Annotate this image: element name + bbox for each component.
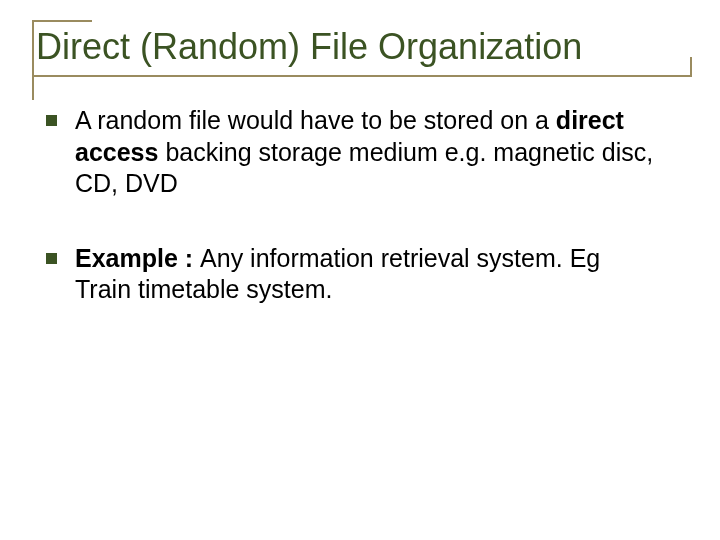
text-run: backing storage medium e.g. magnetic dis… <box>75 138 653 197</box>
bullet-square-icon <box>46 115 57 126</box>
title-border <box>32 20 34 100</box>
bullet-text: A random file would have to be stored on… <box>75 105 662 199</box>
slide: Direct (Random) File Organization A rand… <box>0 0 720 540</box>
title-border <box>690 57 692 77</box>
list-item: A random file would have to be stored on… <box>46 105 662 199</box>
bullet-square-icon <box>46 253 57 264</box>
body-content: A random file would have to be stored on… <box>28 105 692 305</box>
title-border <box>32 20 92 22</box>
title-border <box>32 75 692 77</box>
text-run-bold: Example : <box>75 244 200 272</box>
list-item: Example : Any information retrieval syst… <box>46 243 662 306</box>
text-run: A random file would have to be stored on… <box>75 106 556 134</box>
page-title: Direct (Random) File Organization <box>34 26 692 67</box>
title-area: Direct (Random) File Organization <box>28 20 692 77</box>
bullet-text: Example : Any information retrieval syst… <box>75 243 662 306</box>
